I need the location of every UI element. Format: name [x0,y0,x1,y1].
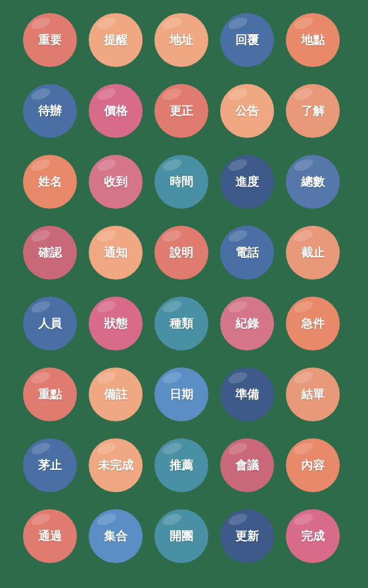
badge-item-8[interactable]: 公告 [220,84,274,138]
badge-item-14[interactable]: 總數 [286,155,340,209]
badge-item-19[interactable]: 截止 [286,226,340,280]
badge-item-22[interactable]: 種類 [154,297,208,350]
badge-item-13[interactable]: 進度 [220,155,274,209]
badge-item-26[interactable]: 備註 [89,368,143,421]
badge-item-25[interactable]: 重點 [23,368,77,421]
badge-item-4[interactable]: 地點 [286,13,340,67]
badge-item-38[interactable]: 更新 [220,509,274,563]
badge-item-31[interactable]: 未完成 [89,438,143,492]
badge-item-5[interactable]: 待辦 [23,84,77,138]
badge-item-16[interactable]: 通知 [89,226,143,280]
badge-item-23[interactable]: 紀錄 [220,297,274,350]
badge-item-28[interactable]: 準備 [220,368,274,421]
badge-item-0[interactable]: 重要 [23,13,77,67]
badge-item-35[interactable]: 通過 [23,509,77,563]
badge-item-12[interactable]: 時間 [154,155,208,209]
badge-item-33[interactable]: 會議 [220,438,274,492]
badge-item-6[interactable]: 價格 [89,84,143,138]
badge-item-36[interactable]: 集合 [89,509,143,563]
badge-item-17[interactable]: 說明 [154,226,208,280]
badge-item-10[interactable]: 姓名 [23,155,77,209]
badge-item-15[interactable]: 確認 [23,226,77,280]
badge-item-24[interactable]: 急件 [286,297,340,350]
badge-item-21[interactable]: 狀態 [89,297,143,350]
badge-item-30[interactable]: 茅止 [23,438,77,492]
badge-item-18[interactable]: 電話 [220,226,274,280]
badge-item-3[interactable]: 回覆 [220,13,274,67]
badge-item-34[interactable]: 內容 [286,438,340,492]
badge-item-7[interactable]: 更正 [154,84,208,138]
badge-item-39[interactable]: 完成 [286,509,340,563]
badge-item-11[interactable]: 收到 [89,155,143,209]
badge-grid: 重要提醒地址回覆地點待辦價格更正公告了解姓名收到時間進度總數確認通知說明電話截止… [10,0,358,588]
badge-item-32[interactable]: 推薦 [154,438,208,492]
badge-item-37[interactable]: 開團 [154,509,208,563]
badge-item-1[interactable]: 提醒 [89,13,143,67]
badge-item-20[interactable]: 人員 [23,297,77,350]
badge-item-9[interactable]: 了解 [286,84,340,138]
badge-item-29[interactable]: 結單 [286,368,340,421]
badge-item-2[interactable]: 地址 [154,13,208,67]
badge-item-27[interactable]: 日期 [154,368,208,421]
